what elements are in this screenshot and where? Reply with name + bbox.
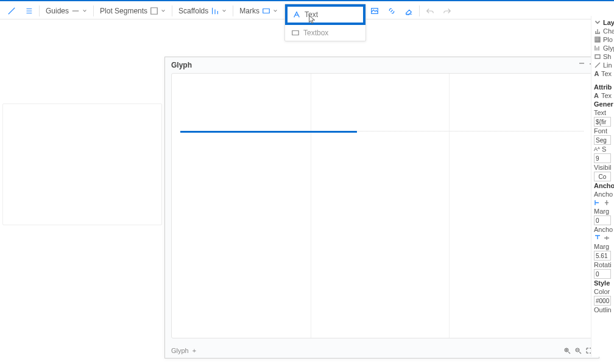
layer-item-chart[interactable]: Chart (594, 27, 612, 35)
color-label: Color (594, 288, 610, 295)
font-family-input[interactable] (594, 135, 611, 145)
anchor-y-label: Ancho (594, 226, 613, 233)
text-menu-item[interactable]: Text (292, 10, 358, 19)
plot-segments-button[interactable]: Plot Segments (96, 4, 169, 18)
anchor-x-label: Ancho (594, 191, 613, 198)
text-marks-menu: Text Textbox (284, 4, 366, 41)
style-section-header: Style (594, 279, 610, 287)
text-a-icon: A (594, 92, 599, 99)
font-size-icon: Aᴬ (594, 146, 600, 152)
canvas-placeholder (2, 103, 162, 225)
toolbar-separator (172, 5, 172, 16)
toolbar-separator (93, 5, 94, 16)
margin-x-label: Marg (594, 208, 609, 215)
text-option-highlight: Text (285, 4, 365, 25)
glyph-panel: Glyph Glyph + (164, 57, 599, 359)
layer-item-glyph[interactable]: Glyph (594, 44, 612, 52)
outline-label: Outlin (594, 306, 612, 313)
list-tool-button[interactable] (21, 4, 37, 18)
glyph-bar-mark[interactable] (180, 131, 357, 133)
plot-segments-label: Plot Segments (100, 7, 147, 15)
anchor-section-header: Ancho (594, 182, 614, 189)
guides-button[interactable]: Guides (42, 4, 91, 18)
rotation-label: Rotati (594, 261, 612, 268)
scaffolds-label: Scaffolds (178, 7, 208, 15)
textbox-icon (291, 29, 300, 37)
layers-header: Layers (603, 19, 614, 26)
anchor-y-buttons[interactable] (594, 234, 612, 242)
image-tool-button[interactable] (367, 4, 383, 18)
glyph-chip-label[interactable]: Glyph (171, 347, 189, 354)
text-value-input[interactable] (594, 117, 611, 127)
zoom-in-icon[interactable] (563, 347, 571, 354)
visibility-button[interactable]: Co (594, 172, 611, 181)
toolbar-separator (419, 5, 420, 16)
right-side-panels: Layers Chart Plo Glyph Sh Lin ATex Attri… (591, 16, 614, 357)
textbox-menu-label: Textbox (303, 29, 328, 37)
glyph-canvas[interactable] (171, 73, 593, 338)
marks-label: Marks (239, 7, 259, 15)
anchor-x-buttons[interactable] (594, 198, 612, 207)
collapse-icon[interactable] (578, 60, 585, 67)
chevron-down-icon[interactable] (594, 19, 601, 26)
toolbar-separator (39, 5, 40, 16)
attributes-header: Attrib (594, 83, 612, 91)
general-section-header: Gener (594, 100, 613, 108)
font-label: Font (594, 127, 607, 135)
margin-x-input[interactable] (594, 215, 611, 225)
toolbar-separator (233, 5, 233, 16)
margin-y-label: Marg (594, 243, 609, 250)
layer-item-line[interactable]: Lin (594, 61, 612, 69)
glyph-footer: Glyph + (171, 347, 196, 354)
cursor-pointer-icon (307, 15, 318, 26)
grid-line (449, 74, 450, 338)
link-tool-button[interactable] (384, 4, 400, 18)
rotation-input[interactable] (594, 269, 611, 279)
zoom-out-icon[interactable] (574, 347, 582, 354)
guides-label: Guides (46, 7, 69, 15)
textbox-menu-item[interactable]: Textbox (285, 25, 365, 41)
margin-y-input[interactable] (594, 251, 611, 261)
font-size-input[interactable] (594, 153, 611, 163)
scaffolds-button[interactable]: Scaffolds (175, 4, 230, 18)
text-a-icon: A (594, 70, 599, 77)
marks-button[interactable]: Marks (236, 4, 281, 18)
layer-item-plot[interactable]: Plo (594, 35, 612, 44)
text-field-label: Text (594, 109, 606, 116)
attr-object-text[interactable]: ATex (594, 91, 612, 100)
undo-button[interactable] (422, 4, 438, 18)
layer-item-shape[interactable]: Sh (594, 52, 612, 61)
window-top-accent (0, 0, 614, 1)
glyph-panel-title: Glyph (165, 57, 599, 73)
visibility-label: Visibil (594, 164, 612, 171)
text-a-icon (292, 10, 301, 19)
add-glyph-button[interactable]: + (192, 347, 196, 354)
eraser-tool-button[interactable] (401, 4, 417, 18)
font-style-label: S (602, 145, 606, 153)
color-input[interactable] (594, 296, 611, 306)
line-tool-button[interactable] (4, 4, 19, 18)
layer-item-text[interactable]: ATex (594, 69, 612, 78)
grid-line (311, 74, 311, 338)
redo-button[interactable] (439, 4, 455, 18)
